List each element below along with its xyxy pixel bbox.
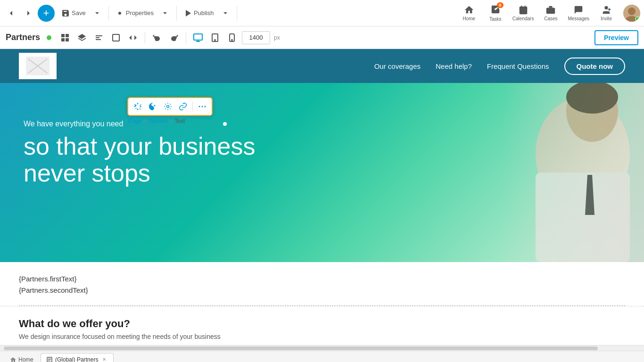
tab-close-button[interactable]: ✕ <box>101 356 107 362</box>
offers-section: What do we offer you? We design insuranc… <box>0 306 644 345</box>
site-nav: Our coverages Need help? Frequent Questi… <box>374 58 625 75</box>
top-toolbar: + Save Properties Publish <box>0 0 644 26</box>
nav-cases[interactable]: Cases <box>541 5 560 21</box>
nav-help[interactable]: Need help? <box>436 62 472 70</box>
site-header: Our coverages Need help? Frequent Questi… <box>0 49 644 83</box>
redo-button[interactable] <box>167 31 181 45</box>
settings-icon[interactable] <box>161 100 174 113</box>
svg-point-31 <box>202 106 203 107</box>
svg-rect-16 <box>66 38 69 41</box>
hero-dot <box>223 122 227 126</box>
online-indicator <box>635 16 640 21</box>
properties-button[interactable]: Properties <box>113 7 157 19</box>
mobile-view-button[interactable] <box>225 31 239 45</box>
add-button[interactable]: + <box>38 5 55 22</box>
px-unit-label: px <box>274 34 280 41</box>
svg-rect-17 <box>113 34 119 41</box>
page-title: Partners <box>6 33 40 42</box>
tab-partners[interactable]: (Global) Partners ✕ <box>41 353 114 362</box>
breadcrumb-page[interactable]: Page <box>128 118 141 124</box>
save-button[interactable]: Save <box>58 7 89 19</box>
publish-button[interactable]: Publish <box>181 7 217 19</box>
svg-point-22 <box>231 40 232 41</box>
text-section: {Partners.firstText} {Partners.secondTex… <box>0 262 644 305</box>
svg-point-20 <box>215 40 215 41</box>
home-tab-icon <box>10 357 16 362</box>
separator-1 <box>145 32 145 43</box>
svg-point-29 <box>167 106 169 108</box>
svg-point-7 <box>604 6 608 9</box>
preview-button[interactable]: Preview <box>594 30 638 45</box>
offers-title: What do we offer you? <box>19 318 625 330</box>
hero-section: Page > Section > Text We have everything… <box>0 83 644 262</box>
svg-rect-15 <box>61 38 65 41</box>
page-content: Our coverages Need help? Frequent Questi… <box>0 49 644 345</box>
tab-home[interactable]: Home <box>4 353 40 362</box>
properties-group: Properties <box>113 6 177 21</box>
undo-button[interactable] <box>150 31 164 45</box>
tablet-view-button[interactable] <box>208 31 222 45</box>
breadcrumb-section[interactable]: Section <box>149 118 167 124</box>
page-tab-icon <box>47 357 52 362</box>
breadcrumb-text[interactable]: Text <box>174 118 185 124</box>
svg-rect-36 <box>536 173 630 262</box>
nav-calendars[interactable]: Calendars <box>512 5 534 21</box>
svg-rect-18 <box>194 34 202 40</box>
user-avatar[interactable] <box>623 5 640 22</box>
second-text: {Partners.secondText} <box>19 285 625 296</box>
link-icon[interactable] <box>176 100 190 113</box>
layers-button[interactable] <box>75 31 89 45</box>
svg-rect-13 <box>61 34 65 37</box>
save-dropdown-button[interactable] <box>90 6 105 21</box>
svg-rect-6 <box>546 8 555 14</box>
floating-toolbar-bar <box>127 97 213 116</box>
nav-faq[interactable]: Frequent Questions <box>487 62 549 70</box>
desktop-view-button[interactable] <box>191 31 205 45</box>
top-nav-icons: Home 9 Tasks Calendars Cases Messages In… <box>460 4 640 22</box>
breadcrumb-sep-2: > <box>169 118 173 124</box>
bottom-tab-bar: Home (Global) Partners ✕ <box>0 351 644 362</box>
canvas-area: Our coverages Need help? Frequent Questi… <box>0 49 644 345</box>
svg-point-30 <box>199 106 200 107</box>
width-input[interactable] <box>242 31 270 44</box>
publish-dropdown-button[interactable] <box>218 6 233 21</box>
nav-home[interactable]: Home <box>460 5 479 21</box>
code-button[interactable] <box>126 31 140 45</box>
nav-tasks[interactable]: 9 Tasks <box>486 4 505 22</box>
status-dot <box>47 35 51 40</box>
svg-point-28 <box>150 107 152 109</box>
resize-button[interactable] <box>109 31 123 45</box>
second-toolbar: Partners px Preview <box>0 26 644 49</box>
save-group: Save <box>58 6 109 21</box>
scrollbar-thumb[interactable] <box>4 346 598 350</box>
svg-point-11 <box>628 8 636 15</box>
nav-invite[interactable]: Invite <box>597 5 616 21</box>
move-icon[interactable] <box>131 100 144 113</box>
nav-messages[interactable]: Messages <box>568 5 589 21</box>
quote-now-button[interactable]: Quote now <box>564 58 626 75</box>
grid-view-button[interactable] <box>58 31 72 45</box>
forward-button[interactable] <box>21 6 36 21</box>
ft-separator <box>192 102 193 111</box>
floating-toolbar: Page > Section > Text <box>127 97 213 124</box>
svg-point-0 <box>118 12 121 15</box>
first-text: {Partners.firstText} <box>19 273 625 285</box>
breadcrumb: Page > Section > Text <box>128 118 213 124</box>
svg-marker-1 <box>186 10 191 16</box>
svg-point-32 <box>205 106 206 107</box>
svg-rect-2 <box>519 7 527 15</box>
breadcrumb-sep-1: > <box>143 118 147 124</box>
horizontal-scrollbar[interactable] <box>0 345 644 351</box>
properties-dropdown-button[interactable] <box>157 6 173 21</box>
svg-point-26 <box>150 105 152 107</box>
style-icon[interactable] <box>146 100 159 113</box>
nav-coverages[interactable]: Our coverages <box>374 62 421 70</box>
hero-man-image <box>408 83 644 262</box>
more-icon[interactable] <box>196 100 209 113</box>
publish-group: Publish <box>181 6 237 21</box>
svg-point-27 <box>154 105 156 107</box>
svg-rect-14 <box>66 34 69 37</box>
offers-subtitle: We design insurance focused on meeting t… <box>19 333 625 340</box>
back-button[interactable] <box>4 6 19 21</box>
structure-button[interactable] <box>92 31 106 45</box>
